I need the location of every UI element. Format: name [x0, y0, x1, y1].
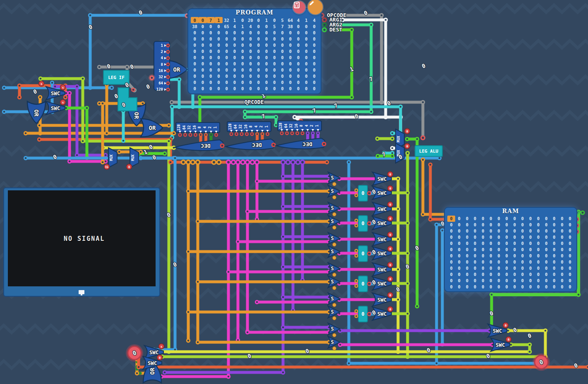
program-cell[interactable]: 0 [302, 42, 310, 48]
program-cell[interactable]: 0 [215, 73, 223, 79]
program-cell[interactable]: 65 [223, 23, 230, 29]
program-cell[interactable]: 0 [310, 73, 318, 79]
program-cell[interactable]: 0 [199, 42, 206, 48]
program-cell[interactable]: 4 [247, 23, 254, 29]
program-cell[interactable]: 0 [302, 48, 310, 54]
calculator-button[interactable] [293, 1, 305, 14]
program-cell[interactable]: 4 [230, 23, 238, 29]
program-cell[interactable]: 0 [247, 42, 254, 48]
program-cell[interactable]: 4 [294, 17, 302, 23]
program-cell[interactable]: 0 [254, 23, 262, 29]
program-cell[interactable]: 0 [302, 29, 310, 36]
program-cell[interactable]: 0 [302, 36, 310, 42]
program-cell[interactable]: 0 [286, 42, 294, 48]
program-cell[interactable]: 0 [310, 86, 318, 92]
switch-dot[interactable] [333, 334, 336, 337]
program-cell[interactable]: 0 [247, 54, 254, 60]
program-cell[interactable]: 0 [215, 79, 223, 86]
program-cell[interactable]: 0 [223, 42, 230, 48]
program-cell[interactable]: 0 [302, 54, 310, 60]
switch-dot[interactable] [333, 273, 336, 277]
program-cell[interactable]: 0 [254, 36, 262, 42]
program-cell[interactable]: 0 [239, 42, 247, 48]
program-cell[interactable]: 0 [247, 48, 254, 54]
program-cell[interactable]: 0 [207, 36, 215, 42]
program-cell[interactable]: 0 [230, 48, 238, 54]
program-cell[interactable]: 0 [191, 17, 199, 23]
program-cell[interactable]: 0 [278, 67, 286, 73]
program-cell[interactable]: 0 [223, 29, 230, 36]
program-cell[interactable]: 0 [294, 54, 302, 60]
program-cell[interactable]: 0 [191, 67, 199, 73]
program-cell[interactable]: 0 [215, 61, 223, 67]
program-cell[interactable]: 0 [230, 36, 238, 42]
program-cell[interactable]: 0 [215, 42, 223, 48]
program-cell[interactable]: 0 [262, 67, 270, 73]
program-cell[interactable]: 0 [223, 79, 230, 86]
program-cell[interactable]: 64 [286, 17, 294, 23]
program-cell[interactable]: 0 [215, 23, 223, 29]
switch-dot[interactable] [333, 213, 336, 216]
program-cell[interactable]: 0 [294, 61, 302, 67]
program-cell[interactable]: 0 [239, 61, 247, 67]
program-cell[interactable]: 0 [254, 48, 262, 54]
program-cell[interactable]: 0 [199, 73, 206, 79]
program-cell[interactable]: 0 [191, 42, 199, 48]
program-cell[interactable]: 0 [239, 54, 247, 60]
program-cell[interactable]: 0 [230, 79, 238, 86]
program-cell[interactable]: 0 [278, 48, 286, 54]
program-cell[interactable]: 0 [239, 48, 247, 54]
program-cell[interactable]: 0 [310, 36, 318, 42]
program-cell[interactable]: 0 [286, 73, 294, 79]
program-cell[interactable]: 0 [310, 67, 318, 73]
program-cell[interactable]: 0 [254, 29, 262, 36]
program-cell[interactable]: 0 [239, 79, 247, 86]
program-cell[interactable]: 5 [278, 17, 286, 23]
program-cell[interactable]: 0 [199, 79, 206, 86]
program-cell[interactable]: 0 [271, 29, 278, 36]
program-cell[interactable]: 0 [262, 42, 270, 48]
program-cell[interactable]: 0 [302, 23, 310, 29]
program-cell[interactable]: 5 [271, 23, 278, 29]
program-cell[interactable]: 1 [262, 17, 270, 23]
program-cell[interactable]: 0 [278, 36, 286, 42]
program-cell[interactable]: 0 [223, 73, 230, 79]
program-cell[interactable]: 0 [294, 48, 302, 54]
program-cell[interactable]: 0 [302, 73, 310, 79]
program-cell[interactable]: 0 [278, 79, 286, 86]
program-cell[interactable]: 0 [247, 29, 254, 36]
program-cell[interactable]: 38 [191, 23, 199, 29]
ram-memory[interactable]: RAM 000000000000000000000000000000000000… [445, 208, 576, 291]
program-cell[interactable]: 20 [247, 17, 254, 23]
program-cell[interactable]: 0 [278, 54, 286, 60]
program-cell[interactable]: 0 [310, 61, 318, 67]
program-cell[interactable]: 0 [310, 79, 318, 86]
program-cell[interactable]: 0 [254, 79, 262, 86]
program-cell[interactable]: 0 [294, 42, 302, 48]
program-cell[interactable]: 0 [191, 54, 199, 60]
program-cell[interactable]: 0 [262, 86, 270, 92]
program-cell[interactable]: 0 [302, 67, 310, 73]
program-cell[interactable]: 0 [207, 42, 215, 48]
program-cell[interactable]: 0 [294, 86, 302, 92]
program-cell[interactable]: 0 [254, 17, 262, 23]
program-cell[interactable]: 0 [239, 36, 247, 42]
switch-dot[interactable] [333, 243, 336, 247]
program-cell[interactable]: 0 [239, 73, 247, 79]
program-cell[interactable]: 0 [230, 54, 238, 60]
program-cell[interactable]: 0 [239, 86, 247, 92]
program-cell[interactable]: 0 [223, 48, 230, 54]
program-cell[interactable]: 0 [294, 67, 302, 73]
program-cell[interactable]: 0 [254, 61, 262, 67]
program-cell[interactable]: 0 [191, 73, 199, 79]
program-cell[interactable]: 0 [239, 67, 247, 73]
program-cell[interactable]: 0 [286, 86, 294, 92]
program-cell[interactable]: 0 [207, 86, 215, 92]
program-cell[interactable]: 0 [215, 86, 223, 92]
program-cell[interactable]: 0 [191, 48, 199, 54]
program-cell[interactable]: 0 [278, 29, 286, 36]
program-cell[interactable]: 0 [247, 67, 254, 73]
program-cell[interactable]: 0 [310, 54, 318, 60]
program-cell[interactable]: 0 [207, 79, 215, 86]
program-memory[interactable]: PROGRAM 00713210200105644143800065414005… [188, 9, 321, 94]
